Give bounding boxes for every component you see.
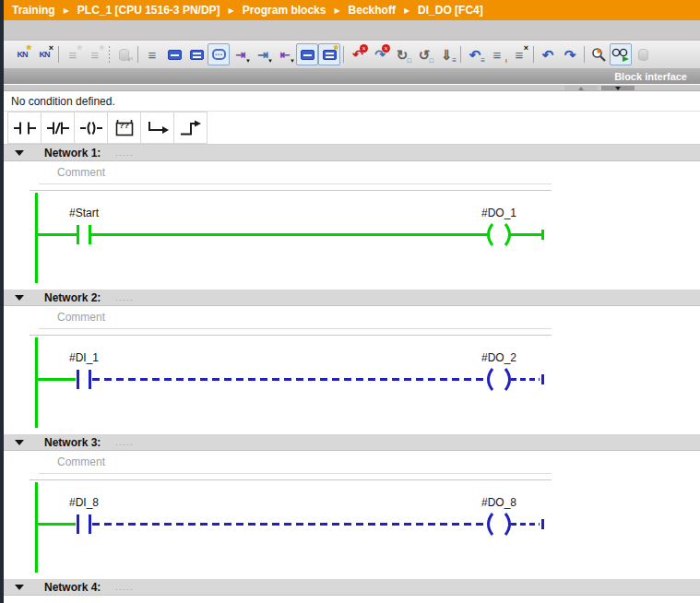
favorites-display-toggle[interactable]: ★ — [318, 43, 340, 65]
network-title-placeholder[interactable]: ..... — [115, 293, 134, 302]
network-comment-field[interactable]: Comment — [39, 311, 552, 324]
modify-values-button[interactable]: ≡× — [508, 43, 530, 65]
breadcrumb-arrow-icon: ▶ — [404, 6, 409, 15]
previous-error-button[interactable]: ↶× — [347, 43, 369, 65]
download-to-device-button[interactable] — [632, 43, 654, 65]
parameter-passing-icon: ⇤ — [280, 49, 291, 61]
reset-start-values-button[interactable]: ↶ — [113, 43, 135, 65]
splitter-expand-button[interactable] — [564, 86, 598, 90]
delete-network-button[interactable]: KN× — [33, 43, 55, 65]
collapse-network-icon[interactable] — [15, 150, 24, 156]
network-comment-field[interactable]: Comment — [39, 166, 552, 179]
section-divider — [30, 184, 552, 191]
copy-snapshots-to-start-values-button[interactable]: ↶≡ — [464, 43, 486, 65]
network-section-4: Network 4: ..... — [4, 579, 700, 603]
breadcrumb-item-project[interactable]: Training — [12, 4, 55, 17]
breadcrumb-arrow-icon: ▶ — [334, 6, 339, 15]
collapse-network-icon[interactable] — [15, 585, 24, 590]
x-badge-icon: × — [524, 44, 528, 53]
network-1-header[interactable]: Network 1: ..... — [4, 145, 700, 161]
network-comment-row: Comment — [39, 161, 552, 184]
expanded-instructions-toggle[interactable] — [296, 43, 318, 65]
network-comment-field[interactable]: Comment — [39, 455, 552, 468]
open-branch-icon — [146, 119, 170, 137]
normally-open-contact-button[interactable] — [7, 112, 42, 144]
update-block-calls-button[interactable]: ↻□ — [391, 43, 413, 65]
insert-network-button[interactable]: KN★ — [11, 43, 33, 65]
toolbar-separator — [137, 46, 138, 63]
ladder-rung-1: #Start #DO_1 — [4, 191, 700, 290]
breadcrumb-item-plc[interactable]: PLC_1 [CPU 1516-3 PN/DP] — [77, 4, 220, 17]
monitor-value-once-button[interactable]: ≡ı — [486, 43, 508, 65]
splitter-collapse-button[interactable] — [601, 86, 635, 90]
absolute-operands-button[interactable]: ≡ — [141, 43, 163, 65]
breadcrumb-item-program-blocks[interactable]: Program blocks — [243, 4, 326, 17]
load-without-reinit-button[interactable]: ⇓≡ — [435, 43, 457, 65]
open-branch-button[interactable] — [140, 112, 174, 144]
parameter-passing-button[interactable]: ⇤▼ — [274, 43, 296, 65]
insert-row-after-button[interactable]: ≡★ — [84, 43, 106, 65]
network-2-header[interactable]: Network 2: ..... — [4, 290, 700, 306]
network-title-placeholder[interactable]: ..... — [115, 583, 134, 592]
breadcrumb-item-block[interactable]: DI_DO [FC4] — [418, 4, 483, 17]
collapse-network-icon[interactable] — [15, 295, 24, 301]
contact-operand-label[interactable]: #DI_1 — [69, 351, 99, 364]
contact-operand-label[interactable]: #DI_8 — [69, 496, 99, 509]
toolbar-separator — [460, 46, 461, 63]
coil-operand-label[interactable]: #DO_1 — [481, 207, 516, 219]
jump-back-button[interactable]: ↶ — [537, 43, 559, 65]
next-error-button[interactable]: ↷× — [369, 43, 391, 65]
previous-error-icon: ↶ — [352, 48, 363, 61]
block-interface-bar: Block interface — [4, 69, 700, 84]
network-comment-row: Comment — [39, 451, 552, 474]
free-comments-toggle[interactable]: … — [208, 43, 230, 65]
breadcrumb: Training ▶ PLC_1 [CPU 1516-3 PN/DP] ▶ Pr… — [4, 0, 700, 20]
insert-empty-row-button[interactable]: ≡★ — [62, 43, 84, 65]
normally-closed-contact-button[interactable] — [41, 112, 75, 144]
coil-button[interactable] — [74, 112, 108, 144]
empty-box-label: ?? — [119, 121, 129, 130]
jump-forward-button[interactable]: ↷ — [559, 43, 581, 65]
empty-box-button[interactable]: ?? — [107, 112, 141, 144]
box-parameters-button[interactable]: ⇥▼ — [230, 43, 252, 65]
toolbar-separator — [58, 46, 59, 63]
network-title-placeholder[interactable]: ..... — [115, 438, 134, 447]
breadcrumb-arrow-icon: ▶ — [64, 6, 69, 15]
coil-operand-label[interactable]: #DO_8 — [481, 496, 516, 509]
network-4-header[interactable]: Network 4: ..... — [4, 579, 700, 596]
copy-start-values-icon: ↶ — [469, 48, 481, 62]
close-branch-button[interactable] — [173, 112, 208, 144]
contact-operand-label[interactable]: #Start — [69, 207, 99, 219]
expanded-view-icon — [301, 50, 314, 60]
compare-magnifier-icon — [591, 47, 607, 63]
network-comments-toggle[interactable] — [163, 43, 185, 65]
network-3-header[interactable]: Network 3: ..... — [4, 434, 700, 451]
ladder-rung-graphic[interactable] — [4, 480, 700, 579]
ladder-rung-3: #DI_8 #DO_8 — [4, 480, 700, 579]
normally-closed-contact-icon — [46, 119, 70, 137]
operand-lines-icon: ≡ — [148, 48, 157, 62]
toolbar-separator — [584, 46, 585, 63]
interface-splitter[interactable] — [4, 84, 700, 91]
normally-open-contact-icon — [13, 119, 37, 137]
close-branch-icon — [179, 119, 203, 137]
collapse-network-icon[interactable] — [15, 440, 24, 445]
monitoring-toggle-button[interactable] — [610, 43, 632, 65]
network-comments-icon — [168, 50, 182, 60]
network-titles-toggle[interactable] — [185, 43, 208, 65]
breadcrumb-item-folder[interactable]: Beckhoff — [349, 4, 396, 17]
network-title: Network 1: — [44, 147, 101, 160]
condition-text: No condition defined. — [11, 95, 115, 108]
star-badge-icon: ★ — [77, 44, 83, 52]
snapshot-icon: ↺ — [419, 48, 431, 62]
ladder-rung-graphic[interactable] — [4, 336, 700, 434]
ladder-rung-graphic[interactable] — [4, 191, 700, 290]
hidden-parameters-button[interactable]: ⇥▼ — [252, 43, 274, 65]
snapshot-actual-values-button[interactable]: ↺□ — [413, 43, 435, 65]
network-title-placeholder[interactable]: ..... — [115, 148, 134, 158]
compare-online-offline-button[interactable] — [587, 43, 610, 65]
ladder-rung-2: #DI_1 #DO_2 — [4, 336, 700, 434]
section-divider — [30, 474, 552, 480]
network-comment-row — [39, 596, 552, 603]
coil-operand-label[interactable]: #DO_2 — [481, 351, 516, 364]
